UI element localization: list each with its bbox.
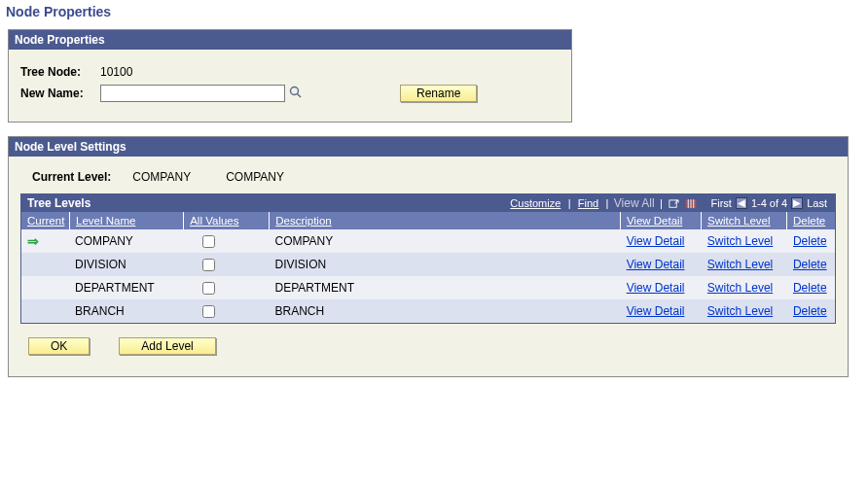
description-cell: BRANCH <box>269 302 620 320</box>
level-name-cell: BRANCH <box>69 302 183 320</box>
delete-link[interactable]: Delete <box>793 304 827 318</box>
current-level-label: Current Level: <box>32 170 111 184</box>
tree-levels-grid: Tree Levels Customize | Find | View All … <box>20 193 836 324</box>
table-row: DEPARTMENTDEPARTMENTView DetailSwitch Le… <box>21 276 835 299</box>
new-name-input[interactable] <box>100 85 285 102</box>
level-name-cell: COMPANY <box>69 232 183 250</box>
rename-button[interactable]: Rename <box>400 85 477 102</box>
view-detail-link[interactable]: View Detail <box>627 234 685 248</box>
current-indicator <box>21 286 69 290</box>
col-delete[interactable]: Delete <box>787 212 835 229</box>
ok-button[interactable]: OK <box>28 337 90 355</box>
grid-first-text: First <box>711 197 732 209</box>
current-indicator <box>21 309 69 313</box>
level-name-cell: DEPARTMENT <box>69 279 183 297</box>
view-detail-link[interactable]: View Detail <box>627 304 685 318</box>
all-values-cell <box>183 300 269 323</box>
grid-range-text: 1-4 of 4 <box>751 197 787 209</box>
view-detail-link[interactable]: View Detail <box>627 258 685 271</box>
node-properties-panel: Node Properties Tree Node: 10100 New Nam… <box>8 29 572 122</box>
description-cell: COMPANY <box>269 232 620 250</box>
delete-link[interactable]: Delete <box>793 258 827 271</box>
description-cell: DEPARTMENT <box>269 279 620 297</box>
current-arrow-icon: ⇒ <box>27 233 39 249</box>
view-detail-link[interactable]: View Detail <box>627 281 685 295</box>
col-all-values[interactable]: All Values <box>184 212 270 229</box>
col-view-detail[interactable]: View Detail <box>621 212 702 229</box>
delete-link[interactable]: Delete <box>793 281 827 295</box>
all-values-cell <box>183 230 269 253</box>
all-values-checkbox[interactable] <box>202 235 215 248</box>
col-switch-level[interactable]: Switch Level <box>702 212 787 229</box>
svg-point-0 <box>291 87 299 94</box>
all-values-cell <box>183 254 269 276</box>
all-values-cell <box>183 277 269 299</box>
page-title: Node Properties <box>0 0 868 29</box>
svg-rect-2 <box>669 200 676 207</box>
add-level-button[interactable]: Add Level <box>119 337 215 355</box>
grid-last-text: Last <box>807 197 827 209</box>
tree-node-label: Tree Node: <box>20 65 100 79</box>
grid-viewall-text: View All <box>614 196 655 210</box>
grid-next-icon[interactable]: ▶ <box>791 197 803 209</box>
table-row: DIVISIONDIVISIONView DetailSwitch LevelD… <box>21 253 835 276</box>
switch-level-link[interactable]: Switch Level <box>707 234 773 248</box>
lookup-icon[interactable] <box>289 86 303 102</box>
col-level-name[interactable]: Level Name <box>70 212 184 229</box>
switch-level-link[interactable]: Switch Level <box>707 258 773 271</box>
table-row: ⇒COMPANYCOMPANYView DetailSwitch LevelDe… <box>21 229 835 253</box>
delete-link[interactable]: Delete <box>793 234 827 248</box>
download-grid-icon[interactable] <box>685 196 697 210</box>
current-level-desc: COMPANY <box>226 170 284 184</box>
grid-find-link[interactable]: Find <box>578 197 598 209</box>
table-row: BRANCHBRANCHView DetailSwitch LevelDelet… <box>21 299 835 323</box>
new-name-label: New Name: <box>20 87 100 100</box>
node-level-settings-panel: Node Level Settings Current Level: COMPA… <box>8 136 849 377</box>
grid-customize-link[interactable]: Customize <box>510 197 561 209</box>
switch-level-link[interactable]: Switch Level <box>707 304 773 318</box>
grid-title: Tree Levels <box>27 196 90 210</box>
col-current[interactable]: Current <box>21 212 70 229</box>
level-name-cell: DIVISION <box>69 256 183 273</box>
all-values-checkbox[interactable] <box>202 282 215 295</box>
current-level-code: COMPANY <box>132 170 191 184</box>
tree-node-value: 10100 <box>100 65 132 79</box>
svg-line-1 <box>298 93 302 97</box>
current-indicator: ⇒ <box>21 231 69 251</box>
all-values-checkbox[interactable] <box>202 259 215 271</box>
col-description[interactable]: Description <box>270 212 621 229</box>
zoom-icon[interactable] <box>669 196 679 210</box>
current-indicator <box>21 262 69 266</box>
node-properties-header: Node Properties <box>9 30 571 50</box>
grid-prev-icon[interactable]: ◀ <box>736 197 747 209</box>
node-level-settings-header: Node Level Settings <box>9 137 848 157</box>
switch-level-link[interactable]: Switch Level <box>707 281 773 295</box>
description-cell: DIVISION <box>269 256 620 273</box>
all-values-checkbox[interactable] <box>202 305 215 318</box>
